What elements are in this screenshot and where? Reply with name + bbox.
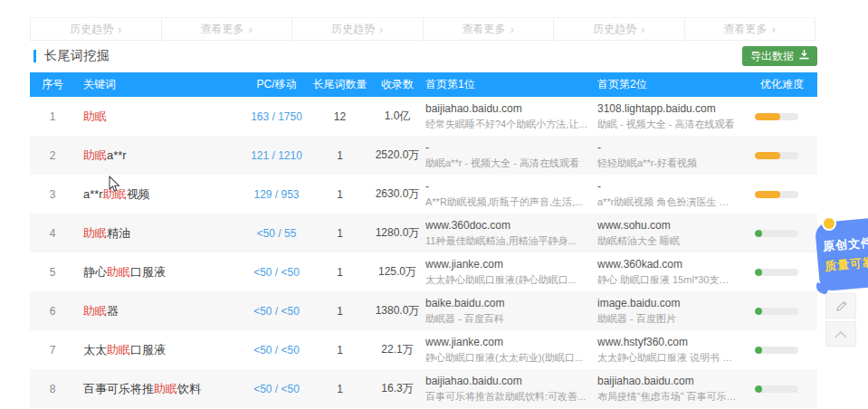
pc-mobile-index-link[interactable]: <50 / 55 (243, 227, 310, 240)
keyword-text: 饮料 (177, 382, 201, 395)
difficulty-bar (755, 308, 798, 315)
top-link[interactable]: 查看更多 › (685, 18, 816, 40)
top-link[interactable]: 历史趋势 › (31, 18, 162, 40)
download-icon (799, 50, 809, 62)
keyword-link[interactable]: 助眠器 (75, 303, 243, 319)
keyword-text: 视频 (127, 187, 150, 201)
longtail-count-value: 1 (310, 227, 369, 240)
top1-cell: - A**R助眠视频,听瓶子的声音,生活,... (425, 180, 597, 209)
difficulty-cell (747, 230, 817, 237)
top2-desc: 轻轻助眠a**r-好看视频 (597, 157, 738, 170)
top1-desc: 11种最佳助眠精油,用精油平静身... (425, 234, 588, 248)
pc-mobile-index-link[interactable]: <50 / <50 (243, 305, 310, 318)
top1-desc: 百事可乐将推首款助眠饮料:可改善... (425, 390, 588, 404)
top2-domain: - (597, 141, 738, 154)
top1-domain: - (425, 141, 588, 154)
top2-cell: baijiahao.baidu.com 布局疫情“焦虑市场” 百事可乐将... (597, 375, 747, 404)
section-header: 长尾词挖掘 导出数据 (30, 46, 817, 68)
top1-desc: 助眠a**r - 视频大全 - 高清在线观看 (425, 157, 588, 170)
difficulty-cell (747, 385, 817, 393)
keyword-link[interactable]: a**r助眠视频 (75, 186, 243, 203)
difficulty-bar (755, 269, 798, 276)
original-doc-badge[interactable]: 原创文件 质量可靠 (815, 217, 868, 292)
scroll-top-button[interactable] (825, 321, 856, 347)
difficulty-cell (747, 308, 817, 315)
chevron-right-icon: › (510, 24, 514, 35)
header-top1: 首页第1位 (425, 77, 597, 92)
keyword-highlight: 助眠 (107, 343, 130, 357)
keyword-link[interactable]: 太太助眠口服液 (75, 342, 243, 358)
row-seq: 6 (30, 305, 75, 318)
top-link[interactable]: 历史趋势 › (292, 18, 424, 40)
keyword-text: 精油 (107, 226, 130, 240)
top1-desc: A**R助眠视频,听瓶子的声音,生活,... (425, 195, 588, 209)
table-row: 8 百事可乐将推助眠饮料 <50 / <50 1 16.3万 baijiahao… (30, 369, 817, 408)
top-link-label: 历史趋势 (593, 22, 636, 37)
keyword-link[interactable]: 助眠 (75, 109, 243, 125)
top-link-label: 查看更多 (463, 22, 506, 37)
side-tools (825, 293, 856, 349)
difficulty-bar-fill (755, 308, 762, 315)
pc-mobile-index-link[interactable]: <50 / <50 (243, 383, 310, 395)
difficulty-bar (755, 385, 798, 393)
keyword-highlight: 助眠 (83, 304, 107, 318)
header-difficulty: 优化难度 (747, 77, 817, 92)
top2-cell: www.hstyf360.com 太太静心助眠口服液 说明书 价格... (597, 336, 747, 365)
pc-mobile-index-link[interactable]: 129 / 953 (243, 188, 310, 201)
top2-desc: 布局疫情“焦虑市场” 百事可乐将... (597, 390, 738, 404)
pc-mobile-index-link[interactable]: <50 / <50 (243, 344, 310, 357)
top-links-bar: 历史趋势 › 查看更多 › 历史趋势 › 查看更多 › 历史趋势 › 查看更多 … (30, 17, 816, 41)
pc-mobile-index-link[interactable]: <50 / <50 (243, 266, 310, 279)
top1-desc: 太太静心助眠口服液(静心助眠口... (425, 273, 588, 287)
header-seq: 序号 (30, 77, 75, 92)
edit-button[interactable] (825, 293, 856, 319)
page: 历史趋势 › 查看更多 › 历史趋势 › 查看更多 › 历史趋势 › 查看更多 … (0, 0, 868, 409)
top-link[interactable]: 查看更多 › (162, 18, 293, 40)
top1-domain: www.360doc.com (425, 219, 588, 232)
keyword-text: 口服液 (130, 343, 166, 357)
chevron-right-icon: › (641, 24, 644, 35)
top2-domain: image.baidu.com (597, 297, 738, 309)
table-row: 4 助眠精油 <50 / 55 1 1280.0万 www.360doc.com… (30, 214, 817, 252)
longtail-count-value: 1 (310, 188, 369, 201)
difficulty-bar (755, 230, 798, 237)
keyword-link[interactable]: 百事可乐将推助眠饮料 (75, 381, 243, 397)
keyword-highlight: 助眠 (83, 226, 107, 240)
pc-mobile-index-link[interactable]: 121 / 1210 (243, 149, 310, 162)
top-link[interactable]: 历史趋势 › (554, 18, 685, 40)
row-seq: 3 (30, 188, 75, 201)
keyword-link[interactable]: 助眠a**r (75, 147, 243, 164)
difficulty-cell (747, 152, 817, 159)
top2-domain: - (597, 180, 738, 193)
top-link-label: 历史趋势 (70, 22, 113, 37)
top1-domain: baike.baidu.com (425, 297, 588, 309)
top2-desc: 助眠器 - 百度图片 (597, 312, 738, 326)
top1-domain: www.jianke.com (425, 258, 588, 271)
row-seq: 2 (30, 149, 75, 162)
top2-cell: 3108.lightapp.baidu.com 助眠 - 视频大全 - 高清在线… (597, 102, 747, 131)
pc-mobile-index-link[interactable]: 163 / 1750 (243, 110, 310, 123)
row-seq: 1 (30, 110, 75, 123)
keyword-link[interactable]: 助眠精油 (75, 225, 243, 242)
keyword-highlight: 助眠 (154, 382, 177, 395)
top2-cell: image.baidu.com 助眠器 - 百度图片 (597, 297, 747, 326)
top1-desc: 助眠器 - 百度百科 (425, 312, 588, 326)
top1-cell: baijiahao.baidu.com 经常失眠睡不好?4个助眠小方法,让... (425, 102, 597, 131)
top-link[interactable]: 查看更多 › (424, 18, 555, 40)
table-row: 3 a**r助眠视频 129 / 953 1 2630.0万 - A**R助眠视… (30, 175, 817, 214)
difficulty-cell (747, 269, 817, 276)
top-link-label: 查看更多 (724, 22, 768, 37)
title-accent-bar (33, 50, 36, 62)
indexed-count-value: 2520.0万 (369, 147, 425, 163)
section-title: 长尾词挖掘 (44, 48, 110, 64)
difficulty-bar (755, 191, 798, 198)
chevron-right-icon: › (379, 24, 383, 35)
top1-cell: baike.baidu.com 助眠器 - 百度百科 (425, 297, 597, 326)
top2-cell: www.sohu.com 助眠精油大全 睡眠 (597, 219, 747, 248)
top2-domain: www.sohu.com (597, 219, 738, 232)
row-seq: 7 (30, 344, 75, 357)
top-link-label: 历史趋势 (331, 22, 375, 37)
export-data-button[interactable]: 导出数据 (742, 46, 817, 66)
difficulty-bar (755, 347, 798, 354)
keyword-link[interactable]: 静心助眠口服液 (75, 264, 243, 281)
